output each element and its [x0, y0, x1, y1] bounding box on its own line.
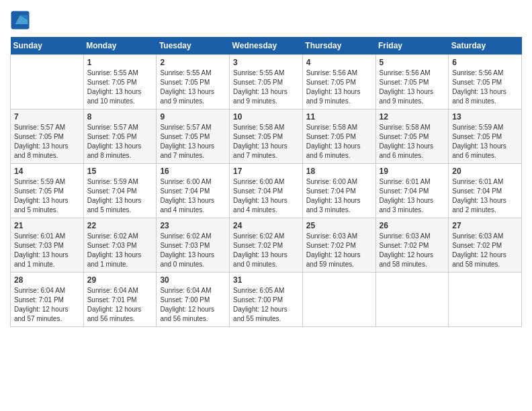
- logo-icon: [10, 10, 30, 30]
- day-cell: 16Sunrise: 6:00 AM Sunset: 7:04 PM Dayli…: [157, 164, 230, 218]
- day-number: 17: [233, 167, 299, 176]
- day-cell: 15Sunrise: 5:59 AM Sunset: 7:04 PM Dayli…: [83, 164, 157, 218]
- day-cell: 19Sunrise: 6:01 AM Sunset: 7:04 PM Dayli…: [375, 164, 449, 218]
- day-number: 9: [160, 112, 226, 122]
- week-row-5: 28Sunrise: 6:04 AM Sunset: 7:01 PM Dayli…: [11, 273, 522, 327]
- day-header-wednesday: Wednesday: [230, 37, 303, 55]
- day-header-thursday: Thursday: [302, 37, 375, 55]
- day-info: Sunrise: 5:56 AM Sunset: 7:05 PM Dayligh…: [452, 68, 518, 106]
- day-number: 8: [87, 112, 153, 122]
- day-number: 2: [160, 58, 226, 67]
- day-header-friday: Friday: [375, 37, 449, 55]
- day-cell: 30Sunrise: 6:04 AM Sunset: 7:00 PM Dayli…: [157, 273, 230, 327]
- day-info: Sunrise: 5:55 AM Sunset: 7:05 PM Dayligh…: [233, 68, 299, 106]
- day-number: 29: [87, 275, 153, 285]
- day-cell: 13Sunrise: 5:59 AM Sunset: 7:05 PM Dayli…: [449, 109, 522, 164]
- day-info: Sunrise: 6:02 AM Sunset: 7:03 PM Dayligh…: [160, 232, 226, 269]
- day-number: 20: [452, 167, 518, 176]
- day-info: Sunrise: 5:58 AM Sunset: 7:05 PM Dayligh…: [233, 123, 299, 161]
- day-info: Sunrise: 6:05 AM Sunset: 7:00 PM Dayligh…: [233, 286, 299, 324]
- day-header-tuesday: Tuesday: [157, 37, 230, 55]
- day-number: 23: [160, 221, 226, 230]
- day-cell: 9Sunrise: 5:57 AM Sunset: 7:05 PM Daylig…: [157, 109, 230, 164]
- day-cell: 2Sunrise: 5:55 AM Sunset: 7:05 PM Daylig…: [157, 55, 230, 109]
- day-cell: 4Sunrise: 5:56 AM Sunset: 7:05 PM Daylig…: [302, 55, 375, 109]
- day-number: 16: [160, 167, 226, 176]
- week-row-4: 21Sunrise: 6:01 AM Sunset: 7:03 PM Dayli…: [11, 218, 522, 273]
- day-number: 1: [87, 58, 153, 67]
- day-number: 27: [452, 221, 518, 230]
- calendar-table: SundayMondayTuesdayWednesdayThursdayFrid…: [10, 37, 522, 327]
- day-number: 28: [14, 275, 80, 285]
- day-info: Sunrise: 5:57 AM Sunset: 7:05 PM Dayligh…: [160, 123, 226, 161]
- day-cell: 8Sunrise: 5:57 AM Sunset: 7:05 PM Daylig…: [83, 109, 157, 164]
- day-cell: 31Sunrise: 6:05 AM Sunset: 7:00 PM Dayli…: [230, 273, 303, 327]
- day-cell: [449, 273, 522, 327]
- day-number: 15: [87, 167, 153, 176]
- day-cell: 1Sunrise: 5:55 AM Sunset: 7:05 PM Daylig…: [83, 55, 157, 109]
- day-cell: 25Sunrise: 6:03 AM Sunset: 7:02 PM Dayli…: [302, 218, 375, 273]
- day-cell: 27Sunrise: 6:03 AM Sunset: 7:02 PM Dayli…: [449, 218, 522, 273]
- day-info: Sunrise: 6:01 AM Sunset: 7:04 PM Dayligh…: [380, 177, 445, 215]
- day-info: Sunrise: 6:03 AM Sunset: 7:02 PM Dayligh…: [452, 232, 518, 269]
- day-number: 7: [14, 112, 80, 122]
- week-row-3: 14Sunrise: 5:59 AM Sunset: 7:05 PM Dayli…: [11, 164, 522, 218]
- day-number: 31: [233, 275, 299, 285]
- day-cell: 21Sunrise: 6:01 AM Sunset: 7:03 PM Dayli…: [11, 218, 84, 273]
- day-info: Sunrise: 5:56 AM Sunset: 7:05 PM Dayligh…: [306, 68, 372, 106]
- day-info: Sunrise: 5:56 AM Sunset: 7:05 PM Dayligh…: [380, 68, 445, 106]
- day-header-saturday: Saturday: [449, 37, 522, 55]
- day-number: 18: [306, 167, 372, 176]
- day-cell: 18Sunrise: 6:00 AM Sunset: 7:04 PM Dayli…: [302, 164, 375, 218]
- day-number: 6: [452, 58, 518, 67]
- day-cell: 24Sunrise: 6:02 AM Sunset: 7:02 PM Dayli…: [230, 218, 303, 273]
- day-info: Sunrise: 5:55 AM Sunset: 7:05 PM Dayligh…: [87, 68, 153, 106]
- day-cell: 28Sunrise: 6:04 AM Sunset: 7:01 PM Dayli…: [11, 273, 84, 327]
- day-cell: [375, 273, 449, 327]
- day-info: Sunrise: 5:57 AM Sunset: 7:05 PM Dayligh…: [14, 123, 80, 161]
- day-number: 10: [233, 112, 299, 122]
- header-row: SundayMondayTuesdayWednesdayThursdayFrid…: [11, 37, 522, 55]
- day-info: Sunrise: 6:03 AM Sunset: 7:02 PM Dayligh…: [380, 232, 445, 269]
- day-cell: 10Sunrise: 5:58 AM Sunset: 7:05 PM Dayli…: [230, 109, 303, 164]
- day-cell: 14Sunrise: 5:59 AM Sunset: 7:05 PM Dayli…: [11, 164, 84, 218]
- day-header-monday: Monday: [83, 37, 157, 55]
- day-cell: 11Sunrise: 5:58 AM Sunset: 7:05 PM Dayli…: [302, 109, 375, 164]
- day-number: 30: [160, 275, 226, 285]
- day-info: Sunrise: 6:03 AM Sunset: 7:02 PM Dayligh…: [306, 232, 372, 269]
- day-number: 12: [380, 112, 445, 122]
- day-number: 24: [233, 221, 299, 230]
- day-cell: 6Sunrise: 5:56 AM Sunset: 7:05 PM Daylig…: [449, 55, 522, 109]
- day-info: Sunrise: 6:04 AM Sunset: 7:00 PM Dayligh…: [160, 286, 226, 324]
- day-info: Sunrise: 5:55 AM Sunset: 7:05 PM Dayligh…: [160, 68, 226, 106]
- day-info: Sunrise: 6:00 AM Sunset: 7:04 PM Dayligh…: [233, 177, 299, 215]
- day-info: Sunrise: 6:02 AM Sunset: 7:03 PM Dayligh…: [87, 232, 153, 269]
- day-number: 21: [14, 221, 80, 230]
- day-number: 25: [306, 221, 372, 230]
- day-info: Sunrise: 5:58 AM Sunset: 7:05 PM Dayligh…: [380, 123, 445, 161]
- day-info: Sunrise: 6:04 AM Sunset: 7:01 PM Dayligh…: [14, 286, 80, 324]
- day-cell: 29Sunrise: 6:04 AM Sunset: 7:01 PM Dayli…: [83, 273, 157, 327]
- day-number: 13: [452, 112, 518, 122]
- logo: [10, 10, 33, 30]
- day-number: 19: [380, 167, 445, 176]
- day-info: Sunrise: 6:02 AM Sunset: 7:02 PM Dayligh…: [233, 232, 299, 269]
- day-cell: 26Sunrise: 6:03 AM Sunset: 7:02 PM Dayli…: [375, 218, 449, 273]
- day-number: 26: [380, 221, 445, 230]
- day-number: 3: [233, 58, 299, 67]
- day-cell: [11, 55, 84, 109]
- day-cell: 17Sunrise: 6:00 AM Sunset: 7:04 PM Dayli…: [230, 164, 303, 218]
- day-number: 14: [14, 167, 80, 176]
- day-header-sunday: Sunday: [11, 37, 84, 55]
- day-number: 11: [306, 112, 372, 122]
- day-cell: 22Sunrise: 6:02 AM Sunset: 7:03 PM Dayli…: [83, 218, 157, 273]
- day-cell: 7Sunrise: 5:57 AM Sunset: 7:05 PM Daylig…: [11, 109, 84, 164]
- day-info: Sunrise: 6:04 AM Sunset: 7:01 PM Dayligh…: [87, 286, 153, 324]
- day-info: Sunrise: 6:00 AM Sunset: 7:04 PM Dayligh…: [306, 177, 372, 215]
- day-info: Sunrise: 5:58 AM Sunset: 7:05 PM Dayligh…: [306, 123, 372, 161]
- page-header: [10, 10, 522, 30]
- day-info: Sunrise: 5:59 AM Sunset: 7:05 PM Dayligh…: [452, 123, 518, 161]
- day-number: 4: [306, 58, 372, 67]
- day-cell: 5Sunrise: 5:56 AM Sunset: 7:05 PM Daylig…: [375, 55, 449, 109]
- day-number: 22: [87, 221, 153, 230]
